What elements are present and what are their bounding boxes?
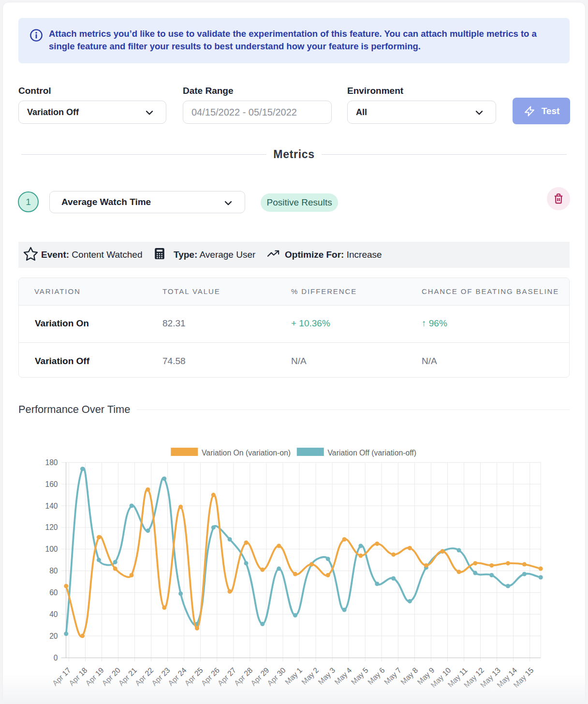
- svg-text:120: 120: [45, 523, 58, 531]
- svg-text:60: 60: [49, 588, 58, 597]
- svg-text:180: 180: [45, 458, 58, 467]
- svg-text:Variation Off (variation-off): Variation Off (variation-off): [328, 449, 417, 457]
- svg-text:40: 40: [49, 610, 58, 618]
- svg-text:0: 0: [54, 654, 58, 662]
- svg-text:160: 160: [45, 480, 58, 488]
- svg-text:Variation On (variation-on): Variation On (variation-on): [202, 449, 291, 457]
- svg-text:20: 20: [49, 632, 58, 640]
- svg-text:100: 100: [45, 545, 58, 553]
- svg-text:140: 140: [45, 502, 58, 510]
- svg-text:80: 80: [49, 567, 58, 575]
